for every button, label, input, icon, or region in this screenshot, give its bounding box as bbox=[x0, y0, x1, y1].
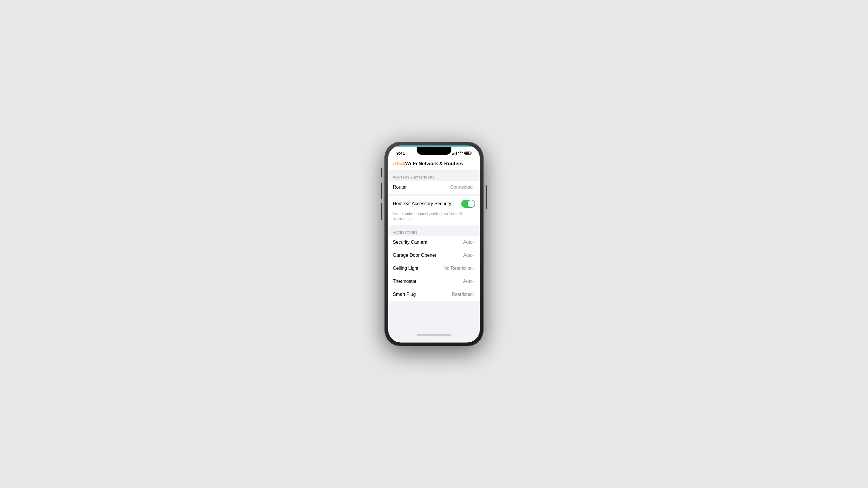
smart-plug-value: Restricted bbox=[452, 292, 472, 297]
navigation-bar: ‹ Back Wi-Fi Network & Routers bbox=[388, 158, 480, 170]
ceiling-light-value: No Restriction bbox=[443, 266, 472, 271]
security-camera-chevron-icon: › bbox=[474, 240, 475, 245]
phone-body: 9:41 bbox=[385, 142, 483, 346]
homekit-section: HomeKit Accessory Security Impose networ… bbox=[388, 196, 480, 225]
garage-door-value: Auto bbox=[463, 253, 472, 258]
accessories-section-header: ACCESSORIES bbox=[388, 225, 480, 236]
home-indicator bbox=[388, 330, 480, 338]
battery-icon bbox=[464, 152, 472, 155]
security-camera-label: Security Camera bbox=[393, 240, 427, 245]
security-camera-value: Auto bbox=[463, 240, 472, 245]
thermostat-right: Auto › bbox=[463, 279, 475, 284]
ceiling-light-right: No Restriction › bbox=[443, 266, 475, 271]
notch bbox=[416, 147, 452, 155]
ceiling-light-item[interactable]: Ceiling Light No Restriction › bbox=[388, 262, 480, 275]
back-label: Back bbox=[395, 161, 406, 166]
security-camera-right: Auto › bbox=[463, 240, 475, 245]
thermostat-label: Thermostat bbox=[393, 279, 416, 284]
bottom-space bbox=[388, 306, 480, 330]
routers-list: Router Connected › bbox=[388, 181, 480, 194]
smart-plug-right: Restricted › bbox=[452, 292, 475, 297]
phone-screen: 9:41 bbox=[388, 145, 480, 343]
ceiling-light-label: Ceiling Light bbox=[393, 266, 418, 271]
back-button[interactable]: ‹ Back bbox=[393, 161, 406, 166]
mute-button[interactable] bbox=[381, 168, 382, 177]
status-icons bbox=[452, 151, 472, 155]
smart-plug-item[interactable]: Smart Plug Restricted › bbox=[388, 288, 480, 301]
smart-plug-label: Smart Plug bbox=[393, 292, 416, 297]
router-right: Connected › bbox=[450, 185, 475, 190]
power-button[interactable] bbox=[486, 186, 487, 209]
garage-door-item[interactable]: Garage Door Opener Auto › bbox=[388, 249, 480, 262]
thermostat-chevron-icon: › bbox=[474, 279, 475, 284]
homekit-description: Impose network security settings for Hom… bbox=[388, 212, 480, 225]
thermostat-item[interactable]: Thermostat Auto › bbox=[388, 275, 480, 288]
wifi-icon bbox=[458, 151, 463, 155]
signal-icon bbox=[452, 152, 457, 155]
router-item[interactable]: Router Connected › bbox=[388, 181, 480, 194]
home-bar bbox=[416, 334, 452, 335]
routers-section-header: ROUTERS & EXTENDERS bbox=[388, 170, 480, 181]
security-camera-item[interactable]: Security Camera Auto › bbox=[388, 236, 480, 249]
accessories-list: Security Camera Auto › Garage Door Opene… bbox=[388, 236, 480, 301]
garage-door-chevron-icon: › bbox=[474, 253, 475, 258]
phone-scene: 9:41 bbox=[385, 142, 483, 346]
homekit-label: HomeKit Accessory Security bbox=[393, 201, 451, 206]
screen-content: 9:41 bbox=[388, 145, 480, 343]
volume-up-button[interactable] bbox=[381, 183, 382, 199]
router-label: Router bbox=[393, 185, 407, 190]
back-chevron-icon: ‹ bbox=[393, 161, 395, 166]
homekit-toggle[interactable] bbox=[461, 200, 475, 208]
smart-plug-chevron-icon: › bbox=[474, 292, 475, 297]
router-value: Connected bbox=[450, 185, 472, 190]
garage-door-label: Garage Door Opener bbox=[393, 253, 436, 258]
homekit-toggle-row: HomeKit Accessory Security bbox=[388, 196, 480, 212]
volume-down-button[interactable] bbox=[381, 203, 382, 220]
garage-door-right: Auto › bbox=[463, 253, 475, 258]
toggle-knob bbox=[468, 200, 474, 207]
router-chevron-icon: › bbox=[474, 185, 475, 190]
status-time: 9:41 bbox=[396, 151, 405, 156]
ceiling-light-chevron-icon: › bbox=[474, 266, 475, 271]
thermostat-value: Auto bbox=[463, 279, 472, 284]
main-content: ROUTERS & EXTENDERS Router Connected › bbox=[388, 170, 480, 306]
status-bar: 9:41 bbox=[388, 147, 480, 158]
page-title: Wi-Fi Network & Routers bbox=[405, 161, 463, 167]
